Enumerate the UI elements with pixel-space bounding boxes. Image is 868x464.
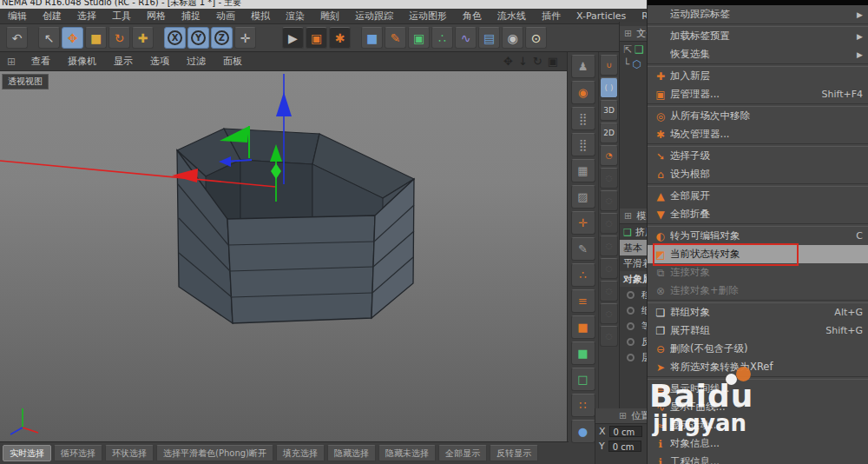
phong-break-selection-command[interactable]: 选择平滑着色(Phong)断开	[156, 445, 273, 461]
menu-select[interactable]: 选择	[69, 10, 104, 23]
pan-view-icon[interactable]: ✥	[503, 55, 513, 68]
hexagonal-tube-object[interactable]	[0, 71, 567, 441]
menu-create[interactable]: 创建	[35, 10, 69, 23]
live-selection-button[interactable]: ↖	[38, 27, 60, 49]
menu-item-load-tag-preset[interactable]: 加载标签预置▶	[648, 27, 868, 45]
y-axis-lock-button[interactable]: Y	[187, 27, 209, 49]
menu-motion-tracker[interactable]: 运动跟踪	[347, 10, 401, 23]
x-axis-lock-button[interactable]: X	[164, 27, 186, 49]
plane-mode2-icon[interactable]: □	[571, 368, 595, 391]
spline-pen-button[interactable]: ✎	[385, 27, 406, 49]
menu-item-delete-without-children[interactable]: ⊖删除(不包含子级)	[648, 340, 868, 358]
ring-selection-command[interactable]: 环状选择	[105, 445, 154, 461]
menu-item-show-timeline[interactable]: ▤显示时间线...	[648, 380, 868, 398]
menu-item-current-state-to-object[interactable]: ◩当前状态转对象	[648, 245, 868, 263]
z-axis-lock-button[interactable]: Z	[211, 27, 233, 49]
render-settings-button[interactable]: ✱	[329, 27, 351, 49]
auto-snap-icon[interactable]: ( )	[600, 77, 618, 98]
menu-render[interactable]: 渲染	[278, 10, 312, 23]
menu-item-show-fcurves[interactable]: ∿显示F曲线...	[648, 398, 868, 416]
plane-mode-icon[interactable]: ■	[571, 341, 595, 365]
menu-item-unfold-all[interactable]: ▲全部展开	[648, 187, 868, 205]
menu-sculpt[interactable]: 雕刻	[312, 10, 347, 23]
panel-grid-icon[interactable]: ⊞	[615, 410, 631, 421]
invert-visibility-command[interactable]: 反转显示	[490, 445, 538, 461]
anim-dot-icon[interactable]	[627, 307, 635, 315]
panel-grid-icon[interactable]: ⊞	[620, 28, 636, 39]
light-button[interactable]: ⊙	[525, 27, 547, 49]
menu-item-show-motion[interactable]: ≈显示运动...	[648, 416, 868, 434]
x-position-input[interactable]: 0 cm	[609, 426, 642, 437]
live-selection-command[interactable]: 实时选择	[3, 445, 51, 461]
undo-button[interactable]: ↶	[6, 27, 28, 49]
menu-item-set-as-root[interactable]: ⌂设为根部	[648, 165, 868, 183]
floor-button[interactable]: ▤	[478, 27, 500, 49]
menu-pipeline[interactable]: 流水线	[490, 10, 534, 23]
menu-item-make-editable[interactable]: ◐转为可编辑对象C	[648, 227, 868, 245]
viewport[interactable]: ⊞ 查看 摄像机 显示 选项 过滤 面板 ✥ ↓ ↻ ▣ 透视视图	[0, 52, 567, 441]
point-grid2-icon[interactable]: ⣿	[571, 133, 595, 156]
subdivision-surface-button[interactable]: ▣	[408, 27, 430, 49]
texture-mode-icon[interactable]: ◉	[571, 81, 595, 104]
menu-animate[interactable]: 动画	[208, 10, 243, 23]
viewport-canvas[interactable]: 透视视图	[0, 71, 567, 441]
menu-item-fold-all[interactable]: ▼全部折叠	[648, 205, 868, 223]
menu-item-select-children[interactable]: ➘选择子级	[648, 147, 868, 165]
menu-item-project-information[interactable]: ℹ工程信息...	[648, 453, 868, 464]
rotate-view-icon[interactable]: ↻	[533, 55, 542, 68]
camera-button[interactable]: ◉	[502, 27, 523, 49]
anim-dot-icon[interactable]	[627, 322, 635, 330]
uv-mode-icon[interactable]: ▦	[571, 159, 595, 182]
axis-lock-icon[interactable]: ✛	[571, 211, 595, 235]
menu-item-expand-group[interactable]: ❐展开群组Shift+G	[648, 321, 868, 340]
edge-mode-icon[interactable]: ≡	[571, 289, 595, 313]
viewport-menu-panel[interactable]: 面板	[214, 55, 251, 68]
unhide-all-command[interactable]: 全部显示	[438, 445, 487, 461]
snap-3d-icon[interactable]: 3D	[600, 100, 618, 121]
menu-item-object-information[interactable]: ℹ对象信息...	[648, 434, 868, 453]
spline-primitive-button[interactable]: ∿	[455, 27, 477, 49]
menu-simulate[interactable]: 模拟	[243, 10, 278, 23]
hide-unselected-command[interactable]: 隐藏未选择	[378, 445, 436, 461]
menu-item-restore-selection[interactable]: 恢复选集▶	[648, 45, 868, 63]
hide-selected-command[interactable]: 隐藏选择	[327, 445, 376, 461]
render-view-button[interactable]: ▶	[282, 27, 304, 49]
coordinate-system-button[interactable]: ✛	[234, 27, 256, 49]
scatter-points-icon[interactable]: ∷	[571, 394, 595, 417]
knife-tool-icon[interactable]: ✎	[571, 237, 595, 261]
viewport-grid-icon[interactable]: ⊞	[0, 56, 23, 68]
menu-xparticles[interactable]: X-Particles	[569, 10, 634, 22]
menu-mesh[interactable]: 网格	[139, 10, 174, 23]
polygon-mode-icon[interactable]: ■	[571, 315, 595, 339]
render-region-button[interactable]: ▣	[306, 27, 327, 49]
menu-snap[interactable]: 捕捉	[174, 10, 208, 23]
point-mode-icon[interactable]: ∴	[571, 263, 595, 287]
scale-tool-button[interactable]: ■	[85, 27, 107, 49]
anim-dot-icon[interactable]	[627, 354, 635, 361]
panel-grid-icon[interactable]: ⊞	[620, 210, 636, 222]
menu-item-remove-from-all-takes[interactable]: ◎从所有场次中移除	[648, 107, 868, 125]
add-cube-button[interactable]: ■	[361, 27, 383, 49]
workplane-icon[interactable]: ▨	[571, 185, 595, 209]
viewport-menu-options[interactable]: 选项	[141, 55, 178, 68]
rotate-tool-button[interactable]: ↻	[108, 27, 130, 49]
menu-item-add-to-new-layer[interactable]: ✚加入新层	[648, 67, 868, 85]
menu-character[interactable]: 角色	[455, 10, 490, 23]
menu-mograph[interactable]: 运动图形	[401, 10, 455, 23]
viewport-menu-camera[interactable]: 摄像机	[59, 55, 105, 68]
viewport-menu-filter[interactable]: 过滤	[178, 55, 214, 68]
snap-2d-icon[interactable]: 2D	[600, 123, 618, 143]
viewport-menu-display[interactable]: 显示	[105, 55, 141, 68]
menu-item-layer-manager[interactable]: ▣层管理器...Shift+F4	[648, 85, 868, 103]
menu-plugins[interactable]: 插件	[534, 10, 569, 23]
menu-item-take-manager[interactable]: ✱场次管理器...	[648, 125, 868, 143]
loop-selection-command[interactable]: 循环选择	[54, 445, 102, 461]
menu-edit[interactable]: 编辑	[0, 10, 35, 23]
point-grid-icon[interactable]: ⣿	[571, 107, 595, 130]
anim-dot-icon[interactable]	[627, 338, 635, 346]
menu-item-group-objects[interactable]: ❏群组对象Alt+G	[648, 303, 868, 321]
rotate-snap-icon[interactable]: ◔	[600, 145, 618, 166]
menu-tools[interactable]: 工具	[104, 10, 139, 23]
anim-dot-icon[interactable]	[627, 291, 635, 299]
dolly-view-icon[interactable]: ↓	[518, 55, 528, 68]
